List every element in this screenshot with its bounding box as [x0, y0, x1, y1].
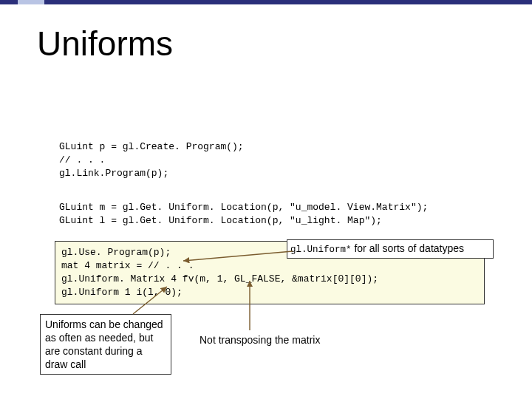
slide-title: Uniforms [37, 24, 173, 64]
code-line: gl.Uniform. Matrix 4 fv(m, 1, GL_FALSE, … [61, 273, 480, 286]
code-block-1: GLuint p = gl.Create. Program(); // . . … [59, 140, 244, 180]
code-line: GLuint m = gl.Get. Uniform. Location(p, … [59, 201, 428, 214]
code-line: gl.Link.Program(p); [59, 167, 244, 180]
accent-bar [0, 0, 532, 4]
callout-datatypes-text: for all sorts of datatypes [352, 242, 465, 254]
callout-transpose: Not transposing the matrix [195, 330, 361, 349]
code-line: gl.Uniform 1 i(l, 0); [61, 286, 480, 299]
callout-datatypes: gl.Uniform* for all sorts of datatypes [287, 239, 494, 259]
code-line: GLuint l = gl.Get. Uniform. Location(p, … [59, 214, 428, 228]
accent-bar-notch [18, 0, 44, 4]
callout-datatypes-code: gl.Uniform* [290, 245, 352, 255]
callout-changed-text: Uniforms can be changed as often as need… [45, 318, 163, 370]
code-block-2: GLuint m = gl.Get. Uniform. Location(p, … [59, 201, 428, 228]
callout-transpose-text: Not transposing the matrix [200, 334, 320, 346]
code-line: GLuint p = gl.Create. Program(); [59, 140, 244, 154]
code-line: mat 4 matrix = // . . . [61, 259, 480, 273]
code-line: // . . . [59, 154, 244, 167]
callout-changed: Uniforms can be changed as often as need… [40, 314, 171, 375]
